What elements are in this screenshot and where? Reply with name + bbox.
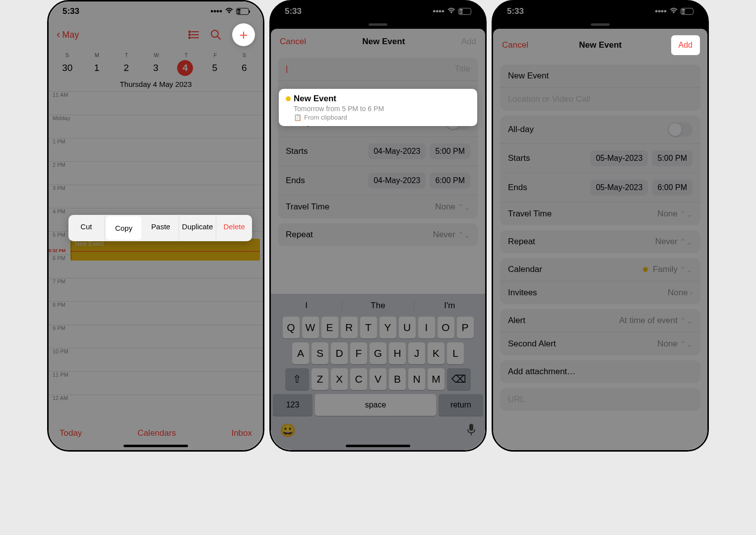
key-U[interactable]: U <box>399 317 416 338</box>
key-S[interactable]: S <box>312 342 328 364</box>
home-indicator[interactable] <box>346 445 410 447</box>
home-indicator[interactable] <box>124 445 188 447</box>
key-I[interactable]: I <box>418 317 435 338</box>
key-Q[interactable]: Q <box>283 317 300 338</box>
date-5[interactable]: 5 <box>207 60 223 76</box>
title-input[interactable]: New Event <box>500 65 700 88</box>
svg-line-7 <box>217 36 220 39</box>
back-button[interactable]: ‹May <box>57 28 79 41</box>
search-icon[interactable] <box>210 29 221 40</box>
key-X[interactable]: X <box>331 368 348 390</box>
date-1[interactable]: 1 <box>89 60 105 76</box>
status-bar: 5:33 •••• 33 <box>271 1 485 21</box>
key-E[interactable]: E <box>321 317 338 338</box>
alert2-row[interactable]: Second AlertNone⌃⌄ <box>500 333 700 355</box>
ends-date[interactable]: 04-May-2023 <box>368 173 426 189</box>
key-space[interactable]: space <box>315 394 436 416</box>
key-V[interactable]: V <box>370 368 386 390</box>
ctx-cut[interactable]: Cut <box>68 215 105 241</box>
back-label: May <box>62 30 79 40</box>
key-A[interactable]: A <box>292 342 309 364</box>
timeline[interactable]: 11 AM Midday 1 PM 2 PM 3 PM 4 PM 5 PM 6 … <box>49 91 263 418</box>
sugg-2[interactable]: The <box>342 301 414 311</box>
key-G[interactable]: G <box>370 342 386 364</box>
alert-row[interactable]: AlertAt time of event⌃⌄ <box>500 309 700 333</box>
chevron-updown-icon: ⌃⌄ <box>680 265 693 274</box>
travel-row[interactable]: Travel TimeNone⌃⌄ <box>500 202 700 225</box>
invitees-row[interactable]: InviteesNone› <box>500 281 700 304</box>
screen3-ends-time[interactable]: 6:00 PM <box>652 180 693 196</box>
key-T[interactable]: T <box>360 317 377 338</box>
key-R[interactable]: R <box>341 317 358 338</box>
bottom-bar: Today Calendars Inbox <box>49 428 263 438</box>
key-M[interactable]: M <box>428 368 444 390</box>
phone-new-event-clipboard: 5:33 •••• 33 Cancel New Event Add |Title… <box>269 0 487 452</box>
ctx-copy[interactable]: Copy <box>106 216 142 240</box>
key-K[interactable]: K <box>428 342 444 364</box>
cancel-button[interactable]: Cancel <box>280 37 306 47</box>
list-icon[interactable] <box>189 30 199 39</box>
key-W[interactable]: W <box>302 317 319 338</box>
svg-point-3 <box>189 31 190 33</box>
key-O[interactable]: O <box>438 317 454 338</box>
title-input[interactable]: |Title <box>278 58 478 81</box>
attachment-row[interactable]: Add attachment… <box>500 360 700 383</box>
clipboard-suggestion[interactable]: New Event Tomorrow from 5 PM to 6 PM 📋Fr… <box>279 89 477 126</box>
calendar-dot-icon <box>643 267 648 272</box>
key-P[interactable]: P <box>457 317 474 338</box>
calendar-row[interactable]: CalendarFamily⌃⌄ <box>500 258 700 281</box>
key-C[interactable]: C <box>350 368 367 390</box>
starts-time[interactable]: 5:00 PM <box>430 143 470 159</box>
key-L[interactable]: L <box>447 342 464 364</box>
ctx-duplicate[interactable]: Duplicate <box>179 215 217 241</box>
calendars-button[interactable]: Calendars <box>137 428 176 438</box>
key-B[interactable]: B <box>389 368 406 390</box>
emoji-icon[interactable]: 😀 <box>280 423 296 438</box>
add-button[interactable]: Add <box>673 37 698 54</box>
wifi-icon <box>447 6 456 16</box>
date-3[interactable]: 3 <box>148 60 164 76</box>
date-2[interactable]: 2 <box>119 60 134 76</box>
add-event-button[interactable]: ＋ <box>232 23 255 46</box>
key-⇧[interactable]: ⇧ <box>285 368 309 390</box>
key-N[interactable]: N <box>408 368 425 390</box>
ctx-paste[interactable]: Paste <box>143 215 179 241</box>
ctx-delete[interactable]: Delete <box>216 215 252 241</box>
key-H[interactable]: H <box>389 342 406 364</box>
location-input[interactable]: Location or Video Call <box>500 88 700 111</box>
inbox-button[interactable]: Inbox <box>231 428 252 438</box>
battery-icon: 33 <box>236 8 249 15</box>
key-123[interactable]: 123 <box>273 394 313 416</box>
modal-header: Cancel New Event Add <box>493 29 707 60</box>
sugg-3[interactable]: I'm <box>414 301 485 311</box>
key-F[interactable]: F <box>350 342 367 364</box>
chevron-right-icon: › <box>690 288 693 297</box>
nav-header: ‹May ＋ <box>49 21 263 50</box>
ends-time[interactable]: 6:00 PM <box>430 173 470 189</box>
today-button[interactable]: Today <box>60 428 82 438</box>
date-30[interactable]: 30 <box>60 60 75 76</box>
calendar-dot-icon <box>286 96 291 101</box>
key-return[interactable]: return <box>439 394 483 416</box>
repeat-row[interactable]: RepeatNever⌃⌄ <box>278 223 478 246</box>
starts-date[interactable]: 05-May-2023 <box>590 150 648 166</box>
key-Y[interactable]: Y <box>379 317 396 338</box>
url-input[interactable]: URL <box>500 388 700 411</box>
starts-date[interactable]: 04-May-2023 <box>368 143 426 159</box>
date-4-selected[interactable]: 4 <box>177 60 193 76</box>
key-⌫[interactable]: ⌫ <box>447 368 471 390</box>
mic-icon[interactable] <box>466 423 476 438</box>
key-D[interactable]: D <box>331 342 348 364</box>
repeat-row[interactable]: RepeatNever⌃⌄ <box>500 230 700 253</box>
date-6[interactable]: 6 <box>236 60 252 76</box>
ends-date[interactable]: 05-May-2023 <box>590 180 648 196</box>
add-button-disabled[interactable]: Add <box>461 37 476 47</box>
allday-toggle[interactable] <box>668 122 693 137</box>
sugg-1[interactable]: I <box>271 301 342 311</box>
starts-time[interactable]: 5:00 PM <box>652 150 693 166</box>
event-block[interactable]: New Event <box>70 239 260 261</box>
key-J[interactable]: J <box>408 342 425 364</box>
travel-row[interactable]: Travel TimeNone⌃⌄ <box>278 196 478 218</box>
cancel-button[interactable]: Cancel <box>502 40 528 50</box>
key-Z[interactable]: Z <box>312 368 328 390</box>
